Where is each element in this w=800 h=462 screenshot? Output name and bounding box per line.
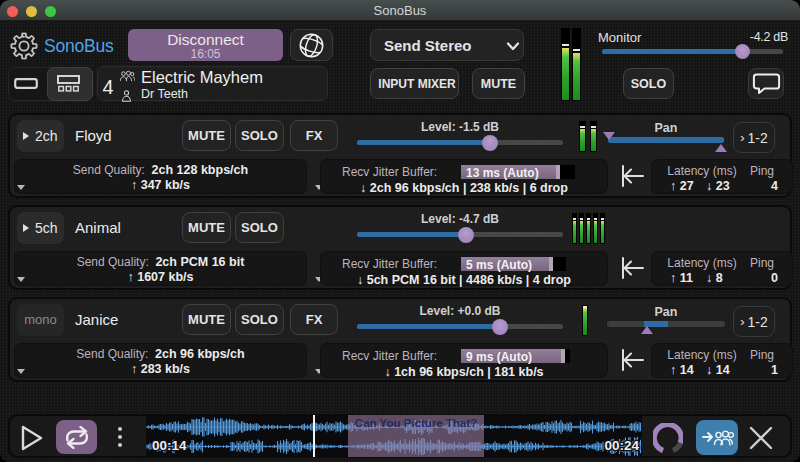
svg-text:00:24: 00:24: [604, 438, 639, 453]
svg-text:Can You Picture That?: Can You Picture That?: [355, 417, 477, 429]
svg-text:00:14: 00:14: [152, 438, 187, 453]
